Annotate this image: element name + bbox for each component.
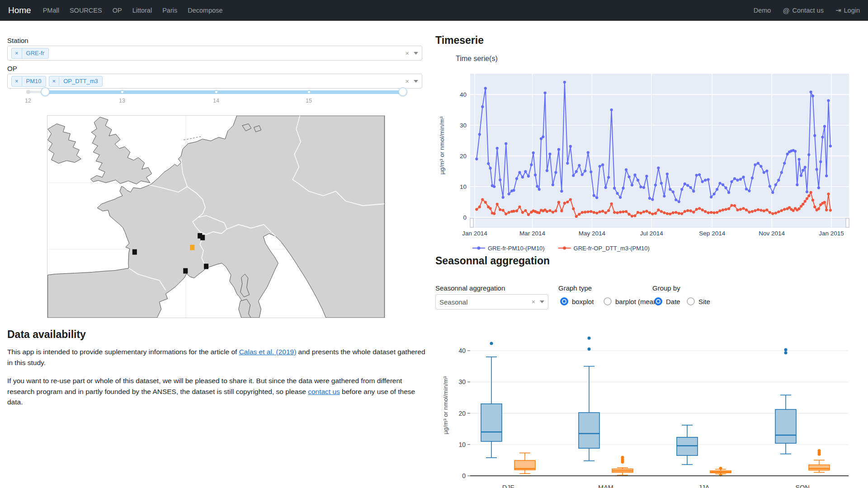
contact-us-link[interactable]: contact us: [308, 388, 340, 395]
top-navbar: Home PMall SOURCES OP Littoral Paris Dec…: [0, 0, 868, 21]
slider-grid-dot: [214, 90, 218, 94]
availability-title: Data availability: [7, 328, 86, 341]
slider-min-dot: [26, 90, 30, 94]
station-map[interactable]: [47, 115, 385, 318]
slider-label-15: 15: [306, 98, 312, 104]
nav-item-demo[interactable]: Demo: [754, 7, 771, 14]
slider-label-13: 13: [119, 98, 125, 104]
svg-text:GRE-fr-PM10-(PM10): GRE-fr-PM10-(PM10): [488, 245, 545, 252]
svg-text:µg/m³ or nmol/min/m³: µg/m³ or nmol/min/m³: [439, 116, 445, 174]
nav-item-paris[interactable]: Paris: [162, 7, 177, 14]
station-marker[interactable]: [183, 268, 188, 273]
radio-date[interactable]: Date: [654, 297, 680, 305]
availability-p1-text: This app is intended to provide suplemen…: [7, 348, 239, 356]
station-marker[interactable]: [132, 249, 137, 255]
op-tag-pm10-label: PM10: [22, 76, 46, 86]
calas-article-link[interactable]: Calas et al. (2019): [239, 348, 297, 356]
nav-login-label: Login: [844, 7, 860, 14]
station-marker[interactable]: [204, 264, 208, 269]
nav-item-op[interactable]: OP: [113, 7, 122, 14]
slider-label-14: 14: [213, 98, 219, 104]
radio-unselected-icon: [687, 297, 695, 305]
op-label: OP: [7, 65, 17, 72]
seasonal-boxplot-chart[interactable]: 010203040µg/m³ or nmol/min/m³DJFMAMJJASO…: [434, 316, 854, 488]
at-icon: @: [783, 7, 789, 14]
radio-boxplot-label: boxplot: [572, 298, 594, 305]
clear-icon[interactable]: ×: [406, 50, 409, 57]
slider-grid-dot: [120, 90, 124, 94]
nav-contact-label: Contact us: [793, 7, 824, 14]
nav-item-decompose[interactable]: Decompose: [188, 7, 222, 14]
radio-site[interactable]: Site: [687, 297, 710, 305]
chevron-down-icon[interactable]: [414, 52, 418, 55]
graph-type-label: Graph type: [558, 284, 592, 292]
radio-selected-icon: [654, 297, 662, 305]
date-range-slider[interactable]: 12 13 14 15: [18, 86, 425, 107]
seasonal-select[interactable]: Seasonal ×: [435, 294, 548, 310]
nav-tabs: PMall SOURCES OP Littoral Paris Decompos…: [43, 7, 223, 14]
svg-text:20: 20: [460, 153, 467, 160]
chevron-down-icon[interactable]: [414, 80, 418, 83]
radio-unselected-icon: [604, 297, 612, 305]
tag-remove-icon[interactable]: ×: [12, 76, 22, 86]
radio-barplot[interactable]: barplot (mean): [604, 297, 660, 305]
slider-grid-dot: [307, 90, 311, 94]
slider-active-bar[interactable]: [45, 90, 403, 94]
svg-text:May 2014: May 2014: [579, 230, 606, 237]
svg-text:Jul 2014: Jul 2014: [640, 230, 664, 237]
timeserie-heading: Timeserie: [435, 34, 484, 47]
nav-right: Demo @ Contact us ⇥ Login: [754, 6, 860, 14]
availability-paragraph-1: This app is intended to provide suplemen…: [7, 347, 428, 368]
station-tags: × GRE-fr: [11, 48, 49, 59]
timeserie-plot-title: Time serie(s): [456, 55, 498, 63]
svg-text:40: 40: [458, 347, 466, 354]
station-marker[interactable]: [200, 235, 205, 240]
svg-text:30: 30: [458, 378, 466, 385]
seasonal-select-label: Seasonnal aggregation: [435, 284, 505, 292]
clear-icon[interactable]: ×: [406, 78, 409, 85]
radio-boxplot[interactable]: boxplot: [560, 297, 594, 305]
slider-handle-left[interactable]: [41, 87, 50, 96]
availability-paragraph-2: If you want to re-use part or whole of t…: [7, 375, 428, 408]
svg-text:SON: SON: [795, 484, 809, 488]
svg-text:GRE-fr-OP_DTT_m3-(PM10): GRE-fr-OP_DTT_m3-(PM10): [574, 245, 650, 252]
radio-selected-icon: [560, 297, 568, 305]
nav-item-contact[interactable]: @ Contact us: [783, 7, 824, 14]
nav-brand-home[interactable]: Home: [8, 5, 31, 15]
svg-text:MAM: MAM: [598, 484, 613, 488]
group-by-label: Group by: [652, 284, 680, 292]
svg-text:0: 0: [462, 472, 466, 479]
nav-item-littoral[interactable]: Littoral: [132, 7, 152, 14]
op-tag-pm10: × PM10: [11, 76, 46, 87]
svg-text:20: 20: [458, 410, 466, 417]
chevron-down-icon[interactable]: [540, 300, 544, 303]
station-tag-label: GRE-fr: [22, 48, 48, 58]
svg-text:Sep 2014: Sep 2014: [699, 230, 725, 237]
radio-site-label: Site: [698, 298, 710, 305]
clear-icon[interactable]: ×: [532, 298, 535, 305]
op-tags: × PM10 × OP_DTT_m3: [11, 76, 103, 87]
nav-item-sources[interactable]: SOURCES: [70, 7, 102, 14]
svg-text:0: 0: [463, 214, 467, 221]
tag-remove-icon[interactable]: ×: [49, 76, 60, 86]
op-tag-opdtt-label: OP_DTT_m3: [59, 76, 102, 86]
sign-in-icon: ⇥: [835, 6, 841, 14]
station-label: Station: [7, 37, 28, 44]
nav-item-login[interactable]: ⇥ Login: [835, 6, 860, 14]
station-select[interactable]: × GRE-fr ×: [7, 46, 422, 61]
svg-text:10: 10: [458, 441, 466, 448]
seasonal-heading: Seasonnal aggregation: [435, 255, 550, 267]
nav-item-pmall[interactable]: PMall: [43, 7, 59, 14]
svg-text:DJF: DJF: [502, 484, 514, 488]
svg-text:40: 40: [460, 91, 467, 98]
tag-remove-icon[interactable]: ×: [12, 48, 22, 58]
slider-handle-right[interactable]: [398, 87, 407, 96]
timeseries-chart[interactable]: Jan 2014Mar 2014May 2014Jul 2014Sep 2014…: [434, 68, 854, 254]
radio-date-label: Date: [666, 298, 680, 305]
seasonal-select-value: Seasonal: [439, 298, 468, 306]
slider-label-12: 12: [25, 98, 31, 104]
selected-station-marker[interactable]: [190, 245, 194, 250]
svg-text:Jan 2015: Jan 2015: [819, 230, 844, 237]
svg-text:Jan 2014: Jan 2014: [462, 230, 487, 237]
nav-demo-label: Demo: [754, 7, 771, 14]
